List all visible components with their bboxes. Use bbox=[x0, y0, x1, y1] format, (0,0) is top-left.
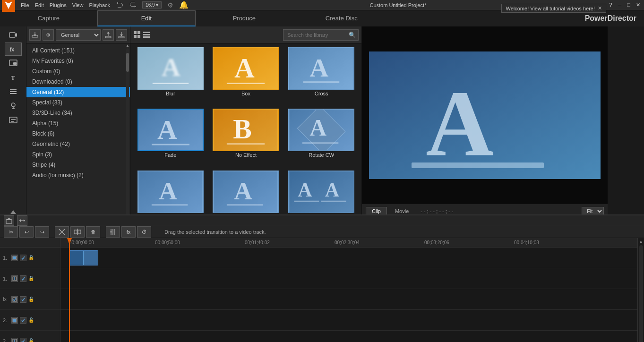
tool-chapters[interactable] bbox=[5, 85, 22, 98]
cat-scroll-up[interactable]: ▲ bbox=[125, 43, 130, 48]
track-fx-visibility[interactable] bbox=[11, 296, 18, 303]
transition-blur[interactable]: A Blur bbox=[134, 47, 207, 106]
minimize-button[interactable]: ─ bbox=[616, 2, 624, 8]
track-2-check[interactable] bbox=[20, 317, 26, 324]
trim-button[interactable] bbox=[55, 226, 69, 238]
tool-effects[interactable]: fx bbox=[5, 43, 22, 56]
search-input[interactable] bbox=[283, 29, 359, 41]
redo-edit-button[interactable]: ↪ bbox=[35, 226, 49, 238]
category-item-stripe-(4)[interactable]: Stripe (4) bbox=[26, 160, 130, 170]
menu-plugins[interactable]: Plugins bbox=[50, 2, 67, 8]
settings-cat-button[interactable] bbox=[43, 29, 54, 41]
undo-edit-button[interactable]: ↩ bbox=[19, 226, 34, 238]
help-button[interactable]: ? bbox=[607, 2, 614, 8]
menu-playback[interactable]: Playback bbox=[89, 2, 110, 8]
svg-point-10 bbox=[11, 103, 15, 107]
track-fx-check[interactable] bbox=[20, 296, 26, 303]
timeline-fit-button[interactable] bbox=[17, 215, 27, 226]
track-1a-visibility[interactable] bbox=[11, 275, 18, 282]
tool-subtitles[interactable] bbox=[5, 113, 22, 127]
ruler-4: 00;03;20;06 bbox=[424, 240, 449, 245]
audio-mix-button[interactable] bbox=[106, 226, 120, 238]
track-1a-lock[interactable]: 🔓 bbox=[28, 276, 34, 281]
track-1-check[interactable] bbox=[20, 255, 26, 261]
track-2a-visibility[interactable] bbox=[11, 338, 18, 342]
settings-icon[interactable]: ⚙ bbox=[167, 1, 173, 9]
welcome-close-button[interactable]: ✕ bbox=[598, 5, 602, 11]
category-dropdown[interactable]: General bbox=[56, 29, 101, 41]
view-list-button[interactable] bbox=[143, 31, 150, 39]
tab-produce[interactable]: Produce bbox=[196, 10, 293, 26]
svg-text:A: A bbox=[157, 114, 177, 145]
svg-rect-90 bbox=[21, 297, 26, 302]
category-item-block-(6)[interactable]: Block (6) bbox=[26, 128, 130, 139]
category-panel: General ▲ ▼ All Content (151)My Favorite… bbox=[26, 26, 130, 233]
tab-capture[interactable]: Capture bbox=[0, 10, 97, 26]
undo-icon[interactable]: ⮌ bbox=[116, 1, 123, 9]
category-item-special-(33)[interactable]: Special (33) bbox=[26, 97, 130, 108]
transition-cross[interactable]: A Cross bbox=[285, 47, 358, 106]
redo-icon[interactable]: ⮎ bbox=[129, 1, 137, 9]
menu-view[interactable]: View bbox=[72, 2, 84, 8]
timeline-content: 1. 🔓 1. 🔓 bbox=[0, 238, 644, 342]
tab-createdisc[interactable]: Create Disc bbox=[293, 10, 390, 26]
transition-8-thumb: A bbox=[213, 171, 279, 213]
track-fx-lock[interactable]: 🔓 bbox=[28, 297, 34, 302]
delete-button[interactable]: 🗑 bbox=[86, 226, 100, 238]
track-2-visibility[interactable] bbox=[11, 317, 18, 324]
transition-rotatecw-thumb: A bbox=[288, 109, 354, 151]
preview-fit-selector[interactable]: Fit bbox=[582, 207, 604, 215]
svg-rect-68 bbox=[412, 162, 544, 168]
timeline-scroll-up[interactable]: ▲ bbox=[639, 239, 644, 244]
category-item-all-content-(151)[interactable]: All Content (151) bbox=[26, 45, 130, 56]
track-2a-check[interactable] bbox=[20, 338, 26, 342]
tool-capture[interactable] bbox=[5, 28, 22, 42]
category-item-3d/3d-like-(34)[interactable]: 3D/3D-Like (34) bbox=[26, 108, 130, 118]
transition-box[interactable]: A Box bbox=[210, 47, 283, 106]
export-button[interactable] bbox=[103, 29, 114, 41]
split-button[interactable] bbox=[70, 226, 85, 238]
svg-marker-16 bbox=[10, 210, 16, 214]
view-grid-button[interactable] bbox=[133, 31, 141, 39]
transition-rotatecw[interactable]: A Rotate CW bbox=[285, 109, 358, 167]
category-item-spin-(3)[interactable]: Spin (3) bbox=[26, 149, 130, 160]
transition-noeffect[interactable]: B No Effect bbox=[210, 109, 283, 167]
preview-clip-tab[interactable]: Clip bbox=[366, 207, 387, 215]
track-1-lock[interactable]: 🔓 bbox=[28, 255, 34, 260]
track-2-lock[interactable]: 🔓 bbox=[28, 317, 34, 323]
track-1-visibility[interactable] bbox=[11, 255, 18, 261]
svg-text:A: A bbox=[309, 115, 326, 141]
tool-audio[interactable] bbox=[5, 99, 22, 112]
import-button[interactable] bbox=[29, 29, 41, 41]
maximize-button[interactable]: □ bbox=[625, 2, 632, 8]
transition-blur-thumb: A bbox=[137, 47, 204, 90]
svg-text:A: A bbox=[162, 53, 180, 82]
svg-text:B: B bbox=[233, 113, 252, 145]
transition-fade[interactable]: A Fade bbox=[134, 109, 207, 167]
download-button[interactable] bbox=[116, 29, 127, 41]
aspect-ratio-selector[interactable]: 16:9 ▾ bbox=[142, 1, 162, 9]
preview-movie-tab[interactable]: Movie bbox=[389, 207, 415, 215]
fx-edit-button[interactable]: fx bbox=[121, 226, 136, 238]
track-2a-lock[interactable]: 🔓 bbox=[28, 338, 34, 342]
tool-pip[interactable] bbox=[5, 57, 22, 70]
speed-button[interactable]: ⏱ bbox=[137, 226, 151, 238]
menu-file[interactable]: File bbox=[21, 2, 29, 8]
category-item-audio-(for-music)-(2)[interactable]: Audio (for music) (2) bbox=[26, 170, 130, 180]
video-clip-1[interactable] bbox=[69, 250, 98, 265]
category-item-geometric-(42)[interactable]: Geometric (42) bbox=[26, 139, 130, 149]
category-item-my-favorites-(0)[interactable]: My Favorites (0) bbox=[26, 56, 130, 66]
svg-rect-88 bbox=[21, 276, 26, 281]
tool-text[interactable]: T bbox=[5, 71, 22, 84]
cut-button[interactable]: ✂ bbox=[4, 226, 18, 238]
category-item-alpha-(15)[interactable]: Alpha (15) bbox=[26, 118, 130, 128]
menu-edit[interactable]: Edit bbox=[35, 2, 44, 8]
edit-toolbar: ✂ ↩ ↪ 🗑 fx ⏱ Drag the selected transitio… bbox=[0, 226, 644, 238]
tab-edit[interactable]: Edit bbox=[97, 10, 196, 26]
category-item-custom-(0)[interactable]: Custom (0) bbox=[26, 66, 130, 77]
track-1a-check[interactable] bbox=[20, 275, 26, 282]
category-item-downloaded-(0)[interactable]: Downloaded (0) bbox=[26, 77, 130, 87]
timeline-home-button[interactable] bbox=[4, 215, 14, 226]
category-item-general-(12)[interactable]: General (12) bbox=[26, 87, 130, 97]
close-button[interactable]: ✕ bbox=[634, 2, 642, 8]
